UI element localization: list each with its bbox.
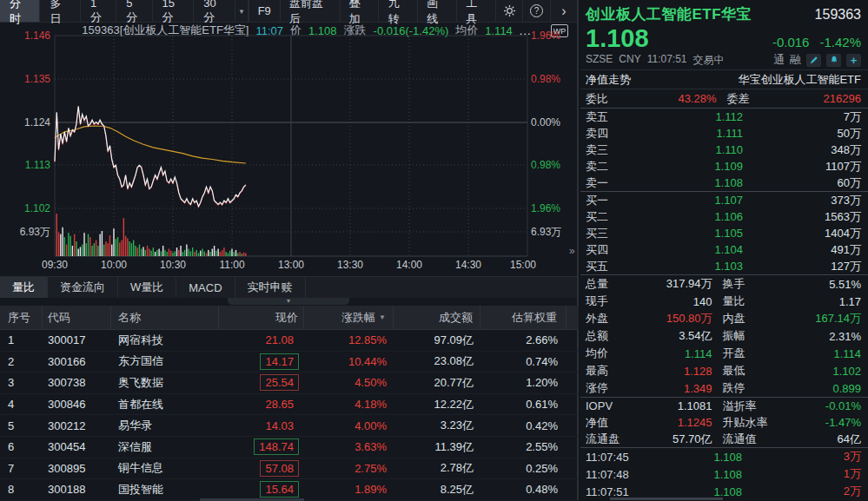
- quote-info-row: SZSE CNY 11:07:51 交易中 通 融 +: [580, 52, 868, 69]
- panel-collapse-strip: ▾: [0, 298, 577, 306]
- header-turnover[interactable]: 成交额: [394, 306, 480, 329]
- change-percent: -1.42%: [819, 35, 861, 49]
- price-value: 148.74: [254, 438, 299, 455]
- cell-name: 首都在线: [111, 397, 219, 412]
- period-dropdown-icon[interactable]: ▾: [235, 0, 248, 22]
- yaxis-pct-5: 1.96%: [531, 202, 579, 214]
- stat-value: 317.94万: [631, 276, 723, 292]
- tab-volume-ratio[interactable]: 量比: [0, 277, 48, 298]
- ask-row-1[interactable]: 卖一1.10860万: [580, 175, 868, 191]
- cell-turnover: 2.78亿: [394, 460, 480, 476]
- tab-macd[interactable]: MACD: [176, 277, 235, 298]
- cell-seq: 2: [0, 355, 43, 368]
- stat-label: 总额: [586, 328, 631, 344]
- tick-time: 11:07:48: [586, 468, 655, 481]
- draw-line-button[interactable]: 画线: [417, 0, 456, 22]
- table-row[interactable]: 6 300454 深信服 148.74 3.63% 11.39亿 2.55%: [0, 437, 579, 458]
- pre-post-market-button[interactable]: 盘前盘后: [280, 0, 340, 22]
- table-row[interactable]: 1 300017 网宿科技 21.08 12.85% 97.09亿 2.66%: [0, 330, 579, 352]
- timeshare-chart[interactable]: 159363[创业板人工智能ETF华宝] 11:07 价 1.108 涨跌 -0…: [0, 23, 579, 276]
- header-change[interactable]: 涨跌幅▼: [304, 306, 394, 329]
- header-code[interactable]: 代码: [43, 306, 111, 329]
- tab-capital-flow[interactable]: 资金流向: [48, 277, 118, 298]
- bid-row-2[interactable]: 买二1.1061563万: [580, 208, 868, 225]
- stat-value: -0.01%: [780, 399, 862, 412]
- tab-5min[interactable]: 5分: [116, 0, 152, 22]
- overlay-button[interactable]: 叠加: [340, 0, 379, 22]
- timeshare-plot[interactable]: [0, 23, 579, 276]
- nav-trend-link[interactable]: 净值走势: [586, 72, 631, 88]
- bid-row-1[interactable]: 买一1.107373万: [580, 192, 868, 208]
- ask-row-4[interactable]: 卖四1.11150万: [580, 125, 868, 142]
- ask-row-2[interactable]: 卖二1.1091107万: [580, 158, 868, 175]
- cell-price: 14.03: [219, 418, 304, 434]
- xaxis-1100: 11:00: [211, 259, 253, 271]
- xaxis-0930: 09:30: [34, 259, 76, 271]
- tab-w-volume-ratio[interactable]: W量比: [118, 277, 176, 298]
- bid-row-3[interactable]: 买三1.1051404万: [580, 225, 868, 241]
- cell-seq: 1: [0, 333, 43, 346]
- stat-label: 内盘: [723, 311, 780, 326]
- add-plus-icon[interactable]: +: [846, 54, 861, 67]
- bid-label: 买二: [586, 209, 634, 225]
- tab-1min[interactable]: 1分: [81, 0, 116, 22]
- edit-pencil-icon[interactable]: [806, 54, 821, 67]
- alert-bell-icon[interactable]: [826, 54, 841, 67]
- collapse-chevron-icon[interactable]: ▾: [228, 298, 349, 305]
- bid-row-5[interactable]: 买五1.103127万: [580, 258, 868, 274]
- cell-seq: 7: [0, 462, 43, 475]
- panel-expand-icon[interactable]: »: [569, 245, 575, 257]
- ask-row-3[interactable]: 卖三1.110348万: [580, 142, 868, 158]
- stat-value: 1.114: [780, 347, 862, 360]
- yaxis-price-2: 1.135: [0, 73, 50, 85]
- help-icon[interactable]: ?: [522, 0, 549, 22]
- bid-volume: 491万: [743, 242, 861, 258]
- bid-price: 1.103: [634, 260, 743, 273]
- tick-price: 1.108: [655, 485, 742, 498]
- quote-title-row: 创业板人工智能ETF华宝 159363: [580, 0, 868, 24]
- header-name[interactable]: 名称: [111, 306, 219, 329]
- cell-change: 1.89%: [304, 483, 394, 496]
- tab-realtime-subscription[interactable]: 实时申赎: [235, 277, 306, 298]
- ask-row-5[interactable]: 卖五1.1127万: [580, 109, 868, 125]
- price-value: 14.03: [260, 418, 299, 434]
- cell-change: 3.63%: [304, 440, 394, 453]
- stat-label: 最高: [586, 363, 631, 379]
- nine-turn-button[interactable]: 九转: [378, 0, 417, 22]
- table-row[interactable]: 5 300212 易华录 14.03 4.00% 3.23亿 0.42%: [0, 415, 579, 437]
- f9-button[interactable]: F9: [248, 0, 280, 22]
- stat-label: 流通盘: [586, 432, 631, 447]
- tab-timeshare[interactable]: 分时: [0, 0, 40, 22]
- expand-right-icon[interactable]: ›: [550, 0, 577, 22]
- stat-value: 64亿: [780, 432, 862, 447]
- bid-label: 买一: [586, 193, 634, 208]
- bid-row-4[interactable]: 买四1.104491万: [580, 241, 868, 258]
- bid-volume: 127万: [743, 259, 861, 274]
- cell-weight: 1.20%: [480, 376, 567, 389]
- settings-gear-icon[interactable]: [495, 0, 522, 22]
- header-price[interactable]: 现价: [219, 306, 304, 329]
- tick-row[interactable]: 11:07:481.1081万: [580, 465, 868, 483]
- tab-multiday[interactable]: 多日: [40, 0, 80, 22]
- table-row[interactable]: 2 300166 东方国信 14.17 10.44% 23.08亿 0.74%: [0, 352, 579, 373]
- tools-button[interactable]: 工具: [456, 0, 495, 22]
- tick-row[interactable]: 11:07:451.1083万: [580, 448, 868, 465]
- stat-label: 现手: [586, 293, 631, 309]
- fund-name-link[interactable]: 华宝创业板人工智能ETF: [738, 72, 861, 88]
- header-weight[interactable]: 估算权重: [480, 306, 567, 329]
- panel-scrollbar[interactable]: [610, 498, 723, 500]
- cell-price: 148.74: [219, 438, 304, 455]
- table-row[interactable]: 4 300846 首都在线 28.65 4.18% 12.22亿 0.61%: [0, 394, 579, 416]
- cell-code: 300454: [43, 440, 111, 453]
- stat-value: 1.114: [631, 347, 723, 360]
- cell-weight: 2.55%: [480, 440, 567, 453]
- tab-30min[interactable]: 30分: [194, 0, 235, 22]
- table-row[interactable]: 7 300895 铜牛信息 57.08 2.75% 2.78亿 0.25%: [0, 458, 579, 480]
- ask-price: 1.110: [634, 143, 743, 156]
- yaxis-price-4: 1.113: [0, 159, 50, 171]
- table-row[interactable]: 3 300738 奥飞数据 25.54 4.50% 20.77亿 1.20%: [0, 372, 579, 394]
- header-seq[interactable]: 序号: [0, 306, 43, 329]
- cell-turnover: 12.22亿: [394, 397, 480, 412]
- tab-15min[interactable]: 15分: [153, 0, 195, 22]
- cell-name: 网宿科技: [111, 333, 219, 348]
